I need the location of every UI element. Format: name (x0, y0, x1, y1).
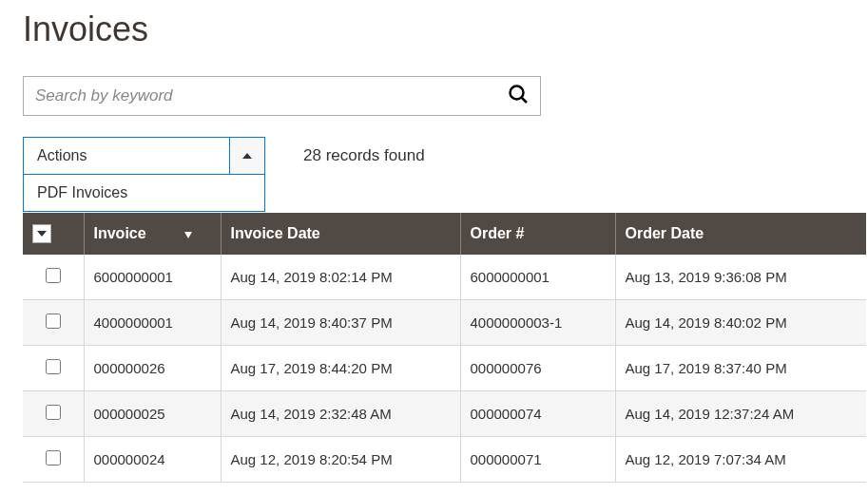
cell-order-date: Aug 14, 2019 8:40:02 PM (615, 300, 866, 346)
row-checkbox[interactable] (46, 314, 61, 329)
cell-invoice-date: Aug 17, 2019 8:44:20 PM (221, 346, 460, 391)
row-checkbox[interactable] (46, 359, 61, 374)
cell-order-date: Aug 13, 2019 9:36:08 PM (615, 255, 866, 300)
cell-invoice: 4000000001 (84, 300, 221, 346)
cell-order: 000000071 (460, 437, 615, 483)
row-checkbox[interactable] (46, 450, 61, 466)
cell-invoice-date: Aug 14, 2019 2:32:48 AM (221, 391, 460, 437)
cell-order-date: Aug 12, 2019 7:07:34 AM (615, 437, 866, 483)
invoices-table: Invoice Invoice Date Order # Order Date … (23, 213, 866, 483)
header-invoice-label: Invoice (94, 225, 146, 242)
search-container (23, 76, 541, 116)
cell-invoice-date: Aug 12, 2019 8:20:54 PM (221, 437, 460, 483)
table-row: 4000000001 Aug 14, 2019 8:40:37 PM 40000… (23, 300, 866, 346)
header-select-all[interactable] (23, 213, 84, 255)
cell-invoice: 000000025 (84, 391, 221, 437)
controls-row: Actions PDF Invoices 28 records found (23, 137, 845, 175)
cell-order-date: Aug 17, 2019 8:37:40 PM (615, 346, 866, 391)
actions-button[interactable]: Actions (23, 137, 265, 175)
cell-order: 000000076 (460, 346, 615, 391)
caret-up-icon (230, 138, 264, 174)
search-input[interactable] (23, 76, 541, 116)
cell-invoice-date: Aug 14, 2019 8:40:37 PM (221, 300, 460, 346)
actions-dropdown-item-pdf-invoices[interactable]: PDF Invoices (24, 175, 264, 211)
table-row: 000000024 Aug 12, 2019 8:20:54 PM 000000… (23, 437, 866, 483)
cell-invoice: 6000000001 (84, 255, 221, 300)
cell-order: 6000000001 (460, 255, 615, 300)
page-title: Invoices (23, 10, 845, 49)
header-invoice-date[interactable]: Invoice Date (221, 213, 460, 255)
header-order[interactable]: Order # (460, 213, 615, 255)
header-invoice[interactable]: Invoice (84, 213, 221, 255)
svg-marker-4 (184, 232, 192, 238)
actions-select: Actions PDF Invoices (23, 137, 265, 175)
svg-marker-3 (37, 231, 47, 237)
select-all-checkbox[interactable] (32, 224, 51, 243)
table-row: 6000000001 Aug 14, 2019 8:02:14 PM 60000… (23, 255, 866, 300)
header-order-date[interactable]: Order Date (615, 213, 866, 255)
search-icon[interactable] (507, 83, 530, 109)
row-checkbox[interactable] (46, 405, 61, 420)
actions-label: Actions (24, 138, 230, 174)
table-row: 000000025 Aug 14, 2019 2:32:48 AM 000000… (23, 391, 866, 437)
cell-invoice: 000000026 (84, 346, 221, 391)
cell-order: 000000074 (460, 391, 615, 437)
row-checkbox[interactable] (46, 268, 61, 283)
svg-marker-2 (242, 153, 252, 159)
svg-line-1 (522, 98, 527, 103)
sort-desc-icon (184, 229, 192, 238)
header-order-date-label: Order Date (626, 225, 704, 241)
svg-point-0 (511, 86, 524, 100)
cell-order-date: Aug 14, 2019 12:37:24 AM (615, 391, 866, 437)
table-header-row: Invoice Invoice Date Order # Order Date (23, 213, 866, 255)
records-found: 28 records found (303, 146, 425, 165)
cell-order: 4000000003-1 (460, 300, 615, 346)
header-invoice-date-label: Invoice Date (231, 225, 320, 241)
actions-dropdown: PDF Invoices (23, 175, 265, 212)
cell-invoice: 000000024 (84, 437, 221, 483)
table-row: 000000026 Aug 17, 2019 8:44:20 PM 000000… (23, 346, 866, 391)
header-order-label: Order # (471, 225, 525, 241)
cell-invoice-date: Aug 14, 2019 8:02:14 PM (221, 255, 460, 300)
